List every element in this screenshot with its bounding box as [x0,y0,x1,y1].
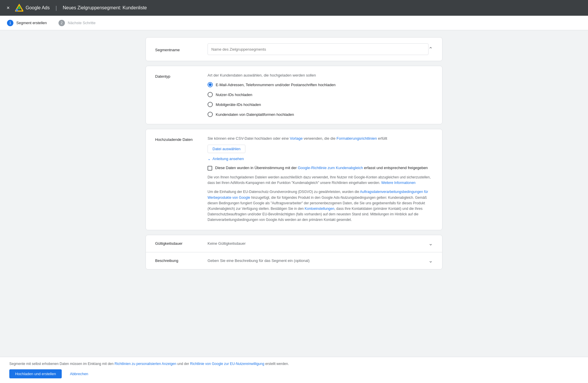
radio-circle-0 [208,82,213,87]
segment-name-label: Segmentname [155,47,196,52]
validity-left: Gültigkeitsdauer Keine Gültigkeitsdauer [155,241,246,246]
description-row[interactable]: Beschreibung Geben Sie eine Beschreibung… [146,252,442,269]
upload-card: Hochzuladende Daten Sie können eine CSV-… [146,129,442,230]
upload-description: Sie können eine CSV-Datei hochladen oder… [208,136,433,141]
file-select-button[interactable]: Datei auswählen [208,145,245,153]
vorlage-link[interactable]: Vorlage [290,136,303,141]
radio-group: E-Mail-Adressen, Telefonnummern und/oder… [208,82,433,117]
anleitung-label: Anleitung ansehen [212,157,244,161]
step-1-number: 1 [7,20,13,26]
data-type-description: Art der Kundendaten auswählen, die hochg… [208,73,433,77]
upload-section: Hochzuladende Daten Sie können eine CSV-… [146,129,442,230]
main-content: Segmentname ⌃ Datentyp Art der Kundendat… [146,30,442,281]
radio-circle-2 [208,102,213,107]
data-type-section: Datentyp Art der Kundendaten auswählen, … [146,66,442,124]
radio-label-0: E-Mail-Adressen, Telefonnummern und/oder… [216,83,336,87]
segment-name-card: Segmentname ⌃ [146,37,442,61]
page-title: Neues Zielgruppensegment: Kundenliste [63,5,147,10]
radio-option-0[interactable]: E-Mail-Adressen, Telefonnummern und/oder… [208,82,433,87]
step-1-label: Segment erstellen [16,21,47,25]
app-title: Google Ads [26,5,50,10]
upload-desc-suffix: erfüllt [377,136,387,141]
validity-value: Keine Gültigkeitsdauer [208,241,246,246]
validity-row[interactable]: Gültigkeitsdauer Keine Gültigkeitsdauer … [146,235,442,252]
radio-option-2[interactable]: Mobilgeräte-IDs hochladen [208,102,433,107]
step-2-number: 2 [59,20,65,26]
data-type-content: Art der Kundendaten auswählen, die hochg… [208,73,433,117]
upload-desc-middle: verwenden, die die [303,136,336,141]
info-text: Die von Ihnen hochgeladenen Dateien werd… [208,175,433,186]
segment-name-input[interactable] [208,43,428,55]
upload-label: Hochzuladende Daten [155,136,196,142]
policy-checkbox[interactable] [208,166,212,171]
close-button[interactable]: × [5,4,12,11]
description-left: Beschreibung Geben Sie eine Beschreibung… [155,258,310,263]
checkbox-label: Diese Daten wurden in Übereinstimmung mi… [215,166,428,170]
weitere-informationen-link[interactable]: Weitere Informationen [381,181,416,185]
validity-chevron-icon: ⌄ [428,240,433,247]
checkbox-label-prefix: Diese Daten wurden in Übereinstimmung mi… [215,166,298,170]
radio-circle-1 [208,92,213,97]
data-type-card: Datentyp Art der Kundendaten auswählen, … [146,66,442,124]
anleitung-row[interactable]: ⌄ Anleitung ansehen [208,157,433,161]
upload-content: Sie können eine CSV-Datei hochladen oder… [208,136,433,223]
radio-label-1: Nutzer-IDs hochladen [216,93,252,97]
svg-point-1 [18,6,21,9]
checkbox-label-suffix: erfasst und entsprechend freigegeben [363,166,428,170]
header-divider: | [56,5,57,11]
google-ads-icon [15,4,23,12]
description-value: Geben Sie eine Beschreibung für das Segm… [208,258,310,263]
radio-label-3: Kundendaten von Datenplattformen hochlad… [216,112,294,117]
dsgvo-text: Um die Einhaltung der EU-Datenschutz-Gru… [208,189,433,223]
validity-description-card: Gültigkeitsdauer Keine Gültigkeitsdauer … [146,235,442,269]
description-chevron-icon: ⌄ [428,258,433,264]
checkbox-row: Diese Daten wurden in Übereinstimmung mi… [208,166,433,171]
stepper: 1 Segment erstellen 2 Nächste Schritte [0,16,588,30]
chevron-down-icon: ⌄ [208,157,211,161]
formatierungsrichtlinien-link[interactable]: Formatierungsrichtlinien [336,136,377,141]
description-label: Beschreibung [155,258,196,263]
radio-circle-3 [208,112,213,117]
app-header: × Google Ads | Neues Zielgruppensegment:… [0,0,588,16]
radio-option-3[interactable]: Kundendaten von Datenplattformen hochlad… [208,112,433,117]
step-2-label: Nächste Schritte [68,21,95,25]
radio-label-2: Mobilgeräte-IDs hochladen [216,102,261,107]
segment-name-collapse-icon[interactable]: ⌃ [428,46,433,52]
step-1[interactable]: 1 Segment erstellen [7,20,47,26]
step-2[interactable]: 2 Nächste Schritte [59,20,95,26]
validity-label: Gültigkeitsdauer [155,241,196,246]
radio-option-1[interactable]: Nutzer-IDs hochladen [208,92,433,97]
upload-desc-prefix: Sie können eine CSV-Datei hochladen oder… [208,136,290,141]
svg-point-2 [16,9,18,11]
kontoeinstellungen-link[interactable]: Kontoeinstellungen [305,207,334,211]
segment-name-section: Segmentname ⌃ [146,38,442,61]
dsgvo-prefix: Um die Einhaltung der EU-Datenschutz-Gru… [208,190,360,194]
data-type-label: Datentyp [155,73,196,79]
segment-name-left: Segmentname [155,43,428,55]
google-richtlinie-link[interactable]: Google-Richtlinie zum Kundenabgleich [298,166,363,170]
app-logo: Google Ads [15,4,50,12]
